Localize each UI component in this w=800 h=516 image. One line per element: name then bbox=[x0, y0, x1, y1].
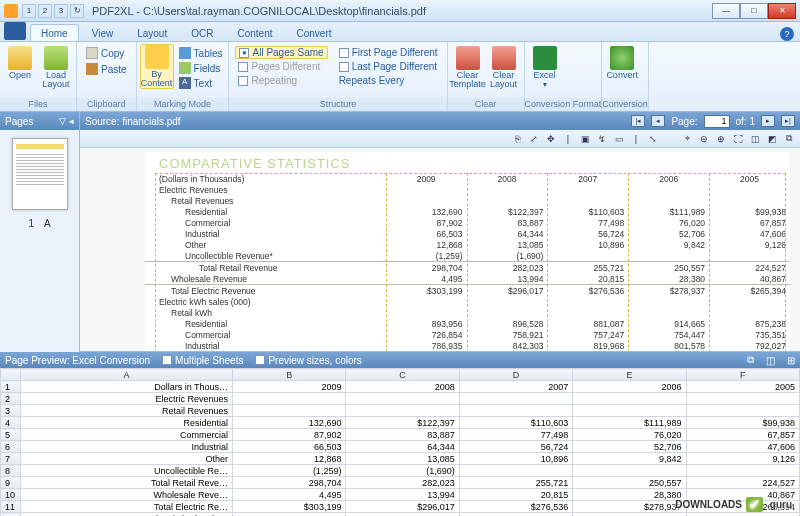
open-button[interactable]: Open bbox=[3, 44, 37, 82]
document-area: Source: financials.pdf |◂ ◂ Page: 1 of: … bbox=[80, 112, 800, 352]
app-icon bbox=[4, 4, 18, 18]
toolbar-icon[interactable]: ⛶ bbox=[731, 132, 745, 146]
toolbar-icon[interactable]: ⎘ bbox=[510, 132, 524, 146]
toolbar-icon[interactable]: ⧉ bbox=[782, 132, 796, 146]
thumb-page-letter: A bbox=[44, 218, 51, 229]
load-layout-button[interactable]: Load Layout bbox=[39, 44, 73, 91]
qat-btn[interactable]: 3 bbox=[54, 4, 68, 18]
clear-template-button[interactable]: Clear Template bbox=[451, 44, 485, 91]
first-page-button[interactable]: |◂ bbox=[631, 115, 645, 127]
text-icon: A bbox=[179, 77, 191, 89]
radio-icon: ● bbox=[239, 48, 249, 58]
minimize-button[interactable]: — bbox=[712, 3, 740, 19]
toolbar-icon[interactable]: ↯ bbox=[595, 132, 609, 146]
group-label: Files bbox=[0, 98, 76, 111]
toolbar-icon[interactable]: ⊕ bbox=[714, 132, 728, 146]
toolbar-icon[interactable]: ▭ bbox=[612, 132, 626, 146]
multiple-sheets-check[interactable]: Multiple Sheets bbox=[162, 355, 243, 366]
last-page-button[interactable]: ▸| bbox=[781, 115, 795, 127]
toolbar-icon[interactable]: | bbox=[561, 132, 575, 146]
pages-sidebar: Pages▽ ◂ 1A bbox=[0, 112, 80, 352]
clear-icon bbox=[492, 46, 516, 70]
ribbon-tabs: Home View Layout OCR Content Convert ? bbox=[0, 22, 800, 42]
quick-access-toolbar: 1 2 3 ↻ bbox=[22, 4, 84, 18]
pages-different[interactable]: Pages Different bbox=[235, 60, 327, 73]
convert-button[interactable]: Convert bbox=[605, 44, 639, 82]
tables-button[interactable]: Tables bbox=[176, 46, 226, 60]
tab-convert[interactable]: Convert bbox=[285, 24, 342, 41]
toolbar-icon[interactable]: ◩ bbox=[765, 132, 779, 146]
page-thumbnail[interactable] bbox=[12, 138, 68, 210]
repeats-every[interactable]: Repeats Every bbox=[336, 74, 441, 87]
maximize-button[interactable]: □ bbox=[740, 3, 768, 19]
tab-content[interactable]: Content bbox=[226, 24, 283, 41]
group-label: Clear bbox=[448, 98, 524, 111]
group-label: Structure bbox=[229, 98, 446, 111]
excel-preview-grid[interactable]: ABCDEF1Dollars in Thous…2009200820072006… bbox=[0, 368, 800, 516]
first-page-diff[interactable]: First Page Different bbox=[336, 46, 441, 59]
preview-sizes-check[interactable]: Preview sizes, colors bbox=[255, 355, 361, 366]
layout-icon bbox=[44, 46, 68, 70]
qat-btn[interactable]: 1 bbox=[22, 4, 36, 18]
check-icon bbox=[339, 62, 349, 72]
window-title: PDF2XL - C:\Users\tal.rayman.COGNILOCAL\… bbox=[92, 5, 712, 17]
repeating[interactable]: Repeating bbox=[235, 74, 327, 87]
qat-btn[interactable]: 2 bbox=[38, 4, 52, 18]
tab-layout[interactable]: Layout bbox=[126, 24, 178, 41]
clear-layout-button[interactable]: Clear Layout bbox=[487, 44, 521, 91]
sidebar-title: Pages bbox=[5, 116, 33, 127]
text-button[interactable]: AText bbox=[176, 76, 226, 90]
page-input[interactable]: 1 bbox=[704, 115, 730, 128]
toolbar-icon[interactable]: ⊖ bbox=[697, 132, 711, 146]
check-icon bbox=[339, 48, 349, 58]
page-of: of: 1 bbox=[736, 116, 755, 127]
by-content-button[interactable]: By Content bbox=[140, 44, 174, 89]
toolbar-icon[interactable]: ⤢ bbox=[527, 132, 541, 146]
convert-icon bbox=[610, 46, 634, 70]
view-toolstrip: ⎘⤢✥|▣↯▭|⤡⌖⊖⊕⛶◫◩⧉ bbox=[80, 130, 800, 148]
help-icon[interactable]: ? bbox=[780, 27, 794, 41]
paste-button[interactable]: Paste bbox=[83, 62, 130, 76]
clear-icon bbox=[456, 46, 480, 70]
group-label: Conversion Format bbox=[525, 98, 602, 111]
next-page-button[interactable]: ▸ bbox=[761, 115, 775, 127]
excel-icon bbox=[533, 46, 557, 70]
toolbar-icon[interactable]: ⌖ bbox=[680, 132, 694, 146]
preview-opt-icon[interactable]: ◫ bbox=[766, 355, 775, 366]
title-bar: 1 2 3 ↻ PDF2XL - C:\Users\tal.rayman.COG… bbox=[0, 0, 800, 22]
source-title: Source: financials.pdf bbox=[85, 116, 181, 127]
tab-view[interactable]: View bbox=[81, 24, 125, 41]
toolbar-icon[interactable]: ✥ bbox=[544, 132, 558, 146]
check-icon: ✔ bbox=[746, 497, 763, 512]
toolbar-icon[interactable] bbox=[663, 132, 677, 146]
all-pages-same[interactable]: ●All Pages Same bbox=[235, 46, 327, 59]
radio-icon bbox=[238, 76, 248, 86]
qat-refresh[interactable]: ↻ bbox=[70, 4, 84, 18]
filter-icon[interactable]: ▽ ◂ bbox=[59, 116, 74, 126]
doc-title: COMPARATIVE STATISTICS bbox=[145, 152, 790, 173]
preview-opt-icon[interactable]: ⊞ bbox=[787, 355, 795, 366]
folder-icon bbox=[8, 46, 32, 70]
document-viewport[interactable]: COMPARATIVE STATISTICS (Dollars in Thous… bbox=[80, 148, 800, 352]
preview-opt-icon[interactable]: ⧉ bbox=[747, 354, 754, 366]
paste-icon bbox=[86, 63, 98, 75]
toolbar-icon[interactable]: ◫ bbox=[748, 132, 762, 146]
table-icon bbox=[179, 47, 191, 59]
toolbar-icon[interactable]: ⤡ bbox=[646, 132, 660, 146]
page-label: Page: bbox=[671, 116, 697, 127]
ribbon: Open Load Layout Files Copy Paste Clipbo… bbox=[0, 42, 800, 112]
last-page-diff[interactable]: Last Page Different bbox=[336, 60, 441, 73]
prev-page-button[interactable]: ◂ bbox=[651, 115, 665, 127]
fields-button[interactable]: Fields bbox=[176, 61, 226, 75]
file-menu-button[interactable] bbox=[4, 22, 26, 40]
tab-ocr[interactable]: OCR bbox=[180, 24, 224, 41]
radio-icon bbox=[238, 62, 248, 72]
group-label: Conversion bbox=[602, 98, 648, 111]
toolbar-icon[interactable]: ▣ bbox=[578, 132, 592, 146]
copy-button[interactable]: Copy bbox=[83, 46, 127, 60]
close-button[interactable]: ✕ bbox=[768, 3, 796, 19]
tab-home[interactable]: Home bbox=[30, 24, 79, 41]
excel-format-button[interactable]: Excel▾ bbox=[528, 44, 562, 91]
field-icon bbox=[179, 62, 191, 74]
toolbar-icon[interactable]: | bbox=[629, 132, 643, 146]
